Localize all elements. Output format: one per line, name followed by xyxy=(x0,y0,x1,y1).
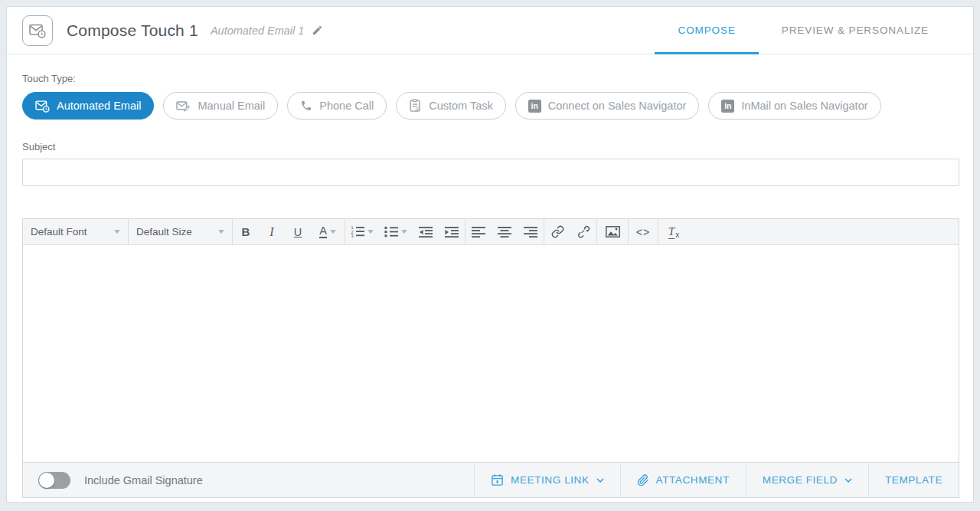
unordered-list-button[interactable] xyxy=(379,219,413,244)
underline-button[interactable]: U xyxy=(285,219,311,244)
subject-label: Subject xyxy=(22,141,958,152)
gmail-signature-control: Include Gmail Signature xyxy=(23,463,203,497)
touch-type-connect-sales-navigator[interactable]: in Connect on Sales Navigator xyxy=(515,92,700,120)
align-center-button[interactable] xyxy=(492,219,518,244)
page-title: Compose Touch 1 xyxy=(67,21,198,40)
chevron-down-icon xyxy=(330,230,336,234)
unlink-icon xyxy=(577,225,590,238)
clear-formatting-icon: T xyxy=(668,225,675,239)
template-button[interactable]: TEMPLATE xyxy=(868,463,959,497)
italic-button[interactable]: I xyxy=(259,219,285,244)
manual-email-icon xyxy=(176,100,191,113)
footer-actions: MEETING LINK ATTACHMENT MERGE FIELD xyxy=(474,463,959,497)
clear-formatting-button[interactable]: T x xyxy=(658,219,689,244)
email-body-input[interactable] xyxy=(23,245,959,462)
merge-field-button[interactable]: MERGE FIELD xyxy=(746,463,868,497)
image-icon xyxy=(606,226,620,237)
remove-link-button[interactable] xyxy=(570,219,596,244)
touch-type-custom-task[interactable]: Custom Task xyxy=(396,92,506,120)
main: Touch Type: Automated Email Manual Email xyxy=(7,54,973,498)
code-icon: <> xyxy=(636,226,650,238)
attachment-button[interactable]: ATTACHMENT xyxy=(620,463,746,497)
font-size-dropdown[interactable]: Default Size xyxy=(129,219,232,244)
insert-link-button[interactable] xyxy=(544,219,570,244)
chevron-down-icon xyxy=(596,478,604,483)
ordered-list-button[interactable]: 123 xyxy=(345,219,379,244)
linkedin-icon: in xyxy=(528,100,541,113)
chevron-down-icon xyxy=(844,478,852,483)
attachment-icon xyxy=(637,474,649,486)
touch-type-label: Connect on Sales Navigator xyxy=(548,100,687,112)
insert-image-button[interactable] xyxy=(597,219,628,244)
chevron-down-icon xyxy=(401,230,407,234)
edit-name-icon[interactable] xyxy=(312,25,323,36)
svg-text:3: 3 xyxy=(351,234,353,237)
outdent-icon xyxy=(419,227,433,237)
chevron-down-icon xyxy=(368,230,374,234)
linkedin-icon: in xyxy=(721,100,734,113)
source-code-button[interactable]: <> xyxy=(629,219,658,244)
bold-button[interactable]: B xyxy=(233,219,259,244)
calendar-icon xyxy=(491,473,504,486)
chevron-down-icon xyxy=(218,230,224,234)
indent-button[interactable] xyxy=(439,219,465,244)
gmail-signature-label: Include Gmail Signature xyxy=(84,474,203,486)
indent-icon xyxy=(445,227,459,237)
custom-task-icon xyxy=(409,99,422,113)
ordered-list-icon: 123 xyxy=(351,226,364,237)
link-icon xyxy=(551,225,564,238)
include-gmail-signature-toggle[interactable] xyxy=(38,472,70,489)
header-tabs: COMPOSE PREVIEW & PERSONALIZE xyxy=(655,7,952,54)
toggle-knob xyxy=(39,473,54,488)
phone-icon xyxy=(300,100,312,112)
tab-compose[interactable]: COMPOSE xyxy=(655,7,758,54)
align-center-icon xyxy=(498,227,511,237)
font-family-dropdown[interactable]: Default Font xyxy=(23,219,128,244)
touch-type-label: InMail on Sales Navigator xyxy=(741,100,867,112)
touch-type-label: Custom Task xyxy=(429,100,493,112)
touch-type-label: Manual Email xyxy=(198,100,265,112)
align-left-button[interactable] xyxy=(466,219,492,244)
subject-input[interactable] xyxy=(22,159,959,186)
touch-type-label: Phone Call xyxy=(319,100,374,112)
text-color-button[interactable]: A xyxy=(311,219,345,244)
align-left-icon xyxy=(472,227,485,237)
align-right-icon xyxy=(524,227,537,237)
touch-type-inmail-sales-navigator[interactable]: in InMail on Sales Navigator xyxy=(708,92,880,120)
touch-type-label: Automated Email xyxy=(57,100,141,112)
meeting-link-button[interactable]: MEETING LINK xyxy=(474,463,619,497)
editor-toolbar: Default Font Default Size B I U A xyxy=(23,219,959,245)
automated-email-icon xyxy=(35,100,50,113)
editor-footer: Include Gmail Signature MEETING LINK xyxy=(23,462,959,497)
compose-touch-panel: Compose Touch 1 Automated Email 1 COMPOS… xyxy=(6,6,974,503)
touch-type-label: Touch Type: xyxy=(22,73,958,84)
header: Compose Touch 1 Automated Email 1 COMPOS… xyxy=(7,7,973,54)
touch-name-subtitle: Automated Email 1 xyxy=(211,25,305,37)
outdent-button[interactable] xyxy=(413,219,439,244)
touch-type-phone-call[interactable]: Phone Call xyxy=(287,92,387,120)
email-body-editor: Default Font Default Size B I U A xyxy=(22,218,959,498)
unordered-list-icon xyxy=(384,226,398,237)
chevron-down-icon xyxy=(114,230,120,234)
tab-preview-personalize[interactable]: PREVIEW & PERSONALIZE xyxy=(759,7,952,54)
align-right-button[interactable] xyxy=(518,219,544,244)
touch-type-automated-email[interactable]: Automated Email xyxy=(22,92,154,120)
touch-type-manual-email[interactable]: Manual Email xyxy=(163,92,278,120)
automated-email-icon xyxy=(22,15,53,46)
touch-type-options: Automated Email Manual Email Phone Call xyxy=(22,92,958,120)
